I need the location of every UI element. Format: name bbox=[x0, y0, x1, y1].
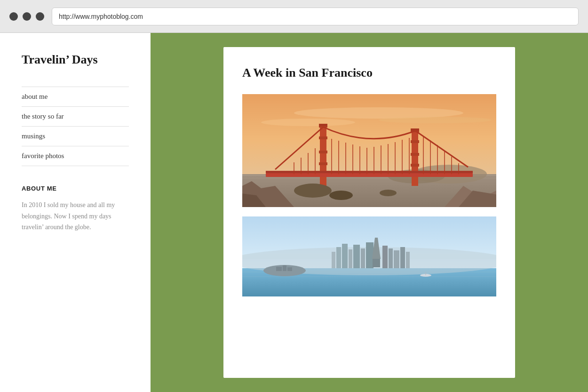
sidebar: Travelin’ Days about me the story so far… bbox=[0, 33, 151, 392]
svg-rect-71 bbox=[406, 252, 410, 268]
svg-rect-22 bbox=[411, 153, 419, 156]
about-section-title: ABOUT ME bbox=[22, 185, 129, 192]
nav-list: about me the story so far musings favori… bbox=[22, 87, 129, 166]
browser-chrome: http://www.myphotoblog.com bbox=[0, 0, 588, 33]
sidebar-about-section: ABOUT ME In 2010 I sold my house and all… bbox=[22, 185, 129, 233]
traffic-light-maximize[interactable] bbox=[36, 12, 44, 21]
nav-link-story[interactable]: the story so far bbox=[22, 107, 129, 126]
post-title: A Week in San Francisco bbox=[242, 66, 496, 80]
svg-rect-23 bbox=[411, 164, 419, 167]
svg-rect-62 bbox=[353, 245, 360, 268]
about-bio: In 2010 I sold my house and all my belon… bbox=[22, 200, 129, 233]
svg-rect-21 bbox=[411, 140, 419, 143]
svg-rect-26 bbox=[266, 171, 473, 173]
svg-rect-70 bbox=[400, 247, 405, 268]
golden-gate-image bbox=[242, 94, 496, 207]
nav-link-photos[interactable]: favorite photos bbox=[22, 146, 129, 166]
svg-rect-15 bbox=[319, 136, 327, 139]
content-card: A Week in San Francisco bbox=[223, 47, 515, 378]
svg-point-51 bbox=[380, 190, 397, 196]
svg-rect-66 bbox=[373, 259, 380, 267]
svg-rect-63 bbox=[361, 248, 365, 268]
address-bar[interactable]: http://www.myphotoblog.com bbox=[52, 8, 579, 25]
svg-rect-74 bbox=[283, 265, 286, 271]
site-title: Travelin’ Days bbox=[22, 52, 129, 68]
nav-item-musings[interactable]: musings bbox=[22, 126, 129, 146]
svg-rect-64 bbox=[366, 242, 373, 268]
svg-point-49 bbox=[294, 184, 332, 198]
svg-rect-18 bbox=[319, 124, 327, 126]
traffic-lights bbox=[9, 12, 44, 21]
traffic-light-minimize[interactable] bbox=[23, 12, 31, 21]
main-content: A Week in San Francisco bbox=[151, 33, 588, 392]
svg-rect-25 bbox=[266, 173, 473, 177]
browser-content: Travelin’ Days about me the story so far… bbox=[0, 33, 588, 392]
nav-link-about-me[interactable]: about me bbox=[22, 87, 129, 106]
svg-rect-68 bbox=[389, 248, 393, 268]
svg-rect-67 bbox=[382, 246, 388, 268]
svg-rect-17 bbox=[319, 162, 327, 165]
svg-rect-60 bbox=[342, 244, 348, 268]
nav-item-photos[interactable]: favorite photos bbox=[22, 146, 129, 166]
nav-item-about-me[interactable]: about me bbox=[22, 87, 129, 106]
sidebar-nav: about me the story so far musings favori… bbox=[22, 87, 129, 166]
traffic-light-close[interactable] bbox=[9, 12, 18, 21]
svg-rect-19 bbox=[412, 129, 418, 186]
nav-item-story[interactable]: the story so far bbox=[22, 106, 129, 126]
svg-rect-58 bbox=[332, 252, 335, 268]
svg-rect-69 bbox=[394, 250, 399, 268]
sf-skyline-image bbox=[242, 216, 496, 296]
svg-rect-59 bbox=[336, 247, 341, 268]
svg-rect-16 bbox=[319, 151, 327, 153]
nav-link-musings[interactable]: musings bbox=[22, 127, 129, 146]
svg-point-50 bbox=[329, 191, 353, 200]
svg-point-2 bbox=[261, 119, 355, 126]
svg-rect-73 bbox=[276, 267, 282, 271]
svg-rect-75 bbox=[287, 267, 292, 271]
svg-point-3 bbox=[379, 117, 492, 123]
url-text: http://www.myphotoblog.com bbox=[59, 13, 143, 20]
svg-rect-61 bbox=[349, 249, 352, 268]
